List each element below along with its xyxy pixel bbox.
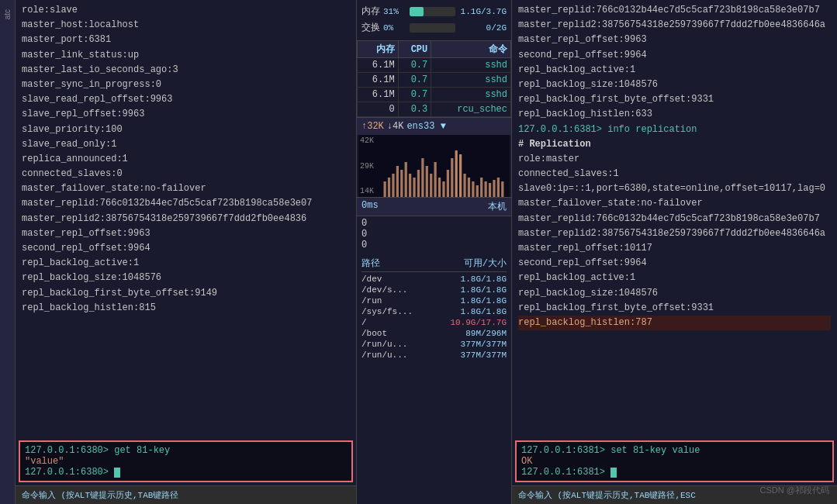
col-cpu: CPU [398, 41, 431, 58]
svg-rect-0 [384, 181, 386, 197]
disk-size: 89M/296M [465, 329, 507, 338]
chart-label-14k: 14K [360, 187, 374, 195]
chart-label-42k: 42K [360, 136, 374, 145]
disk-row: /dev1.8G/1.8G [361, 274, 507, 285]
left-line: slave_read_only:1 [22, 137, 350, 152]
left-terminal-prompt[interactable]: 127.0.0.1:6380> [25, 467, 347, 478]
disk-row: /10.9G/17.7G [361, 317, 507, 328]
svg-rect-28 [501, 181, 503, 197]
left-line: master_host:localhost [22, 18, 350, 33]
svg-rect-16 [451, 158, 453, 197]
col-cmd: 命令 [431, 41, 511, 58]
disk-row: /run/u...377M/377M [361, 339, 507, 350]
right-line: connected_slaves:1 [518, 167, 831, 181]
proc-cpu: 0.7 [398, 73, 431, 88]
svg-rect-2 [392, 174, 394, 197]
disk-rows: /dev1.8G/1.8G/dev/s...1.8G/1.8G/run1.8G/… [361, 274, 507, 361]
svg-rect-23 [480, 178, 482, 197]
svg-rect-3 [396, 166, 399, 197]
svg-rect-17 [455, 150, 458, 197]
chart-svg [358, 135, 510, 197]
svg-rect-5 [405, 162, 407, 197]
svg-rect-22 [476, 185, 479, 197]
right-line: role:master [518, 152, 831, 167]
right-line: repl_backlog_active:1 [518, 271, 831, 285]
left-content: role:slavemaster_host:localhostmaster_po… [16, 0, 356, 437]
disk-size: 1.8G/1.8G [461, 285, 507, 295]
left-line: master_sync_in_progress:0 [22, 78, 350, 92]
right-line: master_replid2:38756754318e259739667f7dd… [518, 18, 831, 33]
proc-mem: 6.1M [358, 73, 399, 88]
disk-size: 1.8G/1.8G [461, 296, 507, 306]
memory-percent: 31% [383, 7, 405, 16]
right-line: 127.0.0.1:6381> info replication [518, 123, 831, 137]
disk-path: /run/u... [361, 350, 408, 360]
col-mem: 内存 [358, 41, 399, 58]
right-terminal-resp: OK [521, 456, 828, 467]
proc-cmd: sshd [431, 73, 511, 88]
svg-rect-19 [463, 174, 465, 197]
proc-cmd: rcu_schec [431, 102, 511, 117]
right-cursor [610, 468, 617, 478]
disk-path: /run/u... [361, 340, 408, 349]
right-panel: master_replid:766c0132b44ec7d5c5caf723b8… [512, 0, 837, 504]
disk-size: 377M/377M [461, 340, 507, 349]
middle-time: 0ms 本机 [357, 197, 511, 216]
right-line: master_repl_offset:9963 [518, 33, 831, 47]
disk-path: /run [361, 296, 408, 306]
right-content: master_replid:766c0132b44ec7d5c5caf723b8… [512, 0, 837, 437]
right-line: master_repl_offset:10117 [518, 241, 831, 256]
disk-header: 路径 可用/大小 [361, 255, 507, 272]
svg-rect-13 [438, 178, 441, 197]
disk-path: /dev [361, 274, 408, 284]
left-line: master_replid:766c0132b44ec7d5c5caf723b8… [22, 196, 350, 211]
left-terminal-cmd: 127.0.0.1:6380> get 81-key [25, 445, 347, 456]
left-terminal[interactable]: 127.0.0.1:6380> get 81-key "value" 127.0… [19, 440, 353, 482]
right-line: master_replid:766c0132b44ec7d5c5caf723b8… [518, 3, 831, 18]
disk-row: /run/u...377M/377M [361, 350, 507, 361]
watermark: CSDN @祁段代码 [760, 485, 829, 496]
disk-path-header: 路径 [361, 257, 380, 270]
right-line: master_replid2:38756754318e259739667f7dd… [518, 226, 831, 241]
right-line: second_repl_offset:9964 [518, 256, 831, 271]
chart-labels: 42K 29K 14K [360, 135, 374, 197]
right-terminal[interactable]: 127.0.0.1:6381> set 81-key value OK 127.… [515, 440, 834, 482]
disk-row: /run1.8G/1.8G [361, 295, 507, 306]
network-header: ↑32K ↓4K ens33 ▼ [357, 117, 511, 135]
swap-row: 交换 0% 0/2G [361, 19, 507, 36]
proc-cpu: 0.7 [398, 58, 431, 73]
right-line: repl_backlog_histlen:787 [518, 316, 831, 330]
svg-rect-18 [459, 154, 462, 197]
memory-bar [410, 7, 424, 16]
left-line: replica_announced:1 [22, 152, 350, 167]
network-iface[interactable]: ens33 ▼ [406, 121, 445, 132]
svg-rect-25 [489, 183, 491, 197]
svg-rect-27 [497, 178, 500, 197]
network-down: ↓4K [387, 121, 404, 132]
counters: 000 [357, 216, 511, 252]
svg-rect-24 [485, 181, 487, 197]
disk-size-header: 可用/大小 [464, 257, 507, 270]
disk-size: 10.9G/17.7G [450, 318, 507, 327]
side-tab-atc[interactable]: atc [2, 6, 13, 22]
right-line: repl_backlog_size:1048576 [518, 286, 831, 301]
left-line: connected_slaves:0 [22, 167, 350, 181]
process-row: 6.1M0.7sshd [358, 58, 511, 73]
proc-cpu: 0.7 [398, 88, 431, 102]
svg-rect-12 [434, 162, 437, 197]
svg-rect-6 [409, 174, 411, 197]
right-line: repl_backlog_histlen:633 [518, 107, 831, 122]
right-line: repl_backlog_active:1 [518, 63, 831, 78]
svg-rect-4 [400, 170, 403, 197]
left-line: slave_priority:100 [22, 123, 350, 137]
time-left: 0ms [361, 200, 379, 213]
svg-rect-20 [468, 178, 470, 197]
swap-label: 交换 [361, 21, 383, 34]
left-line: repl_backlog_histlen:815 [22, 301, 350, 316]
right-terminal-prompt[interactable]: 127.0.0.1:6381> [521, 467, 828, 478]
swap-percent: 0% [383, 23, 405, 33]
chart-label-29k: 29K [360, 162, 374, 171]
right-line: slave0:ip=::1,port=6380,state=online,off… [518, 181, 831, 196]
left-line: repl_backlog_first_byte_offset:9149 [22, 286, 350, 301]
memory-label: 内存 [361, 5, 383, 18]
